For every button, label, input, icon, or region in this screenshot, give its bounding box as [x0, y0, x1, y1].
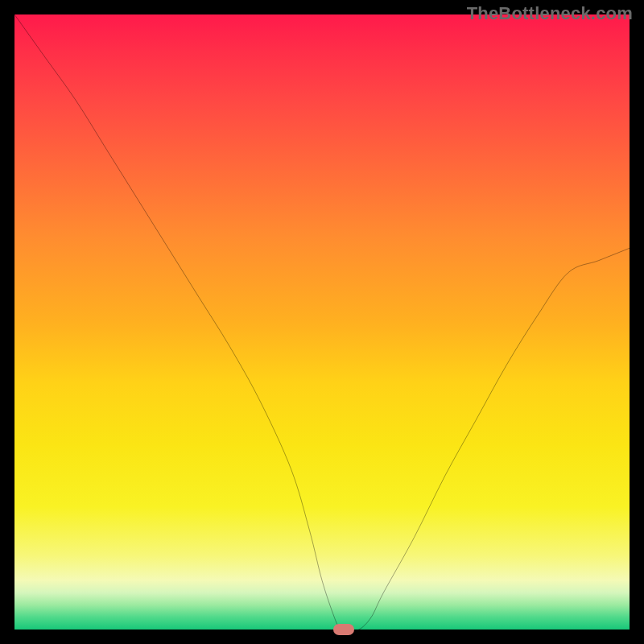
bottleneck-curve — [14, 14, 630, 630]
chart-frame: TheBottleneck.com — [0, 0, 644, 644]
curve-path — [14, 14, 630, 630]
watermark-text: TheBottleneck.com — [467, 3, 633, 24]
plot-area — [14, 14, 630, 630]
optimal-point-marker — [333, 624, 354, 635]
